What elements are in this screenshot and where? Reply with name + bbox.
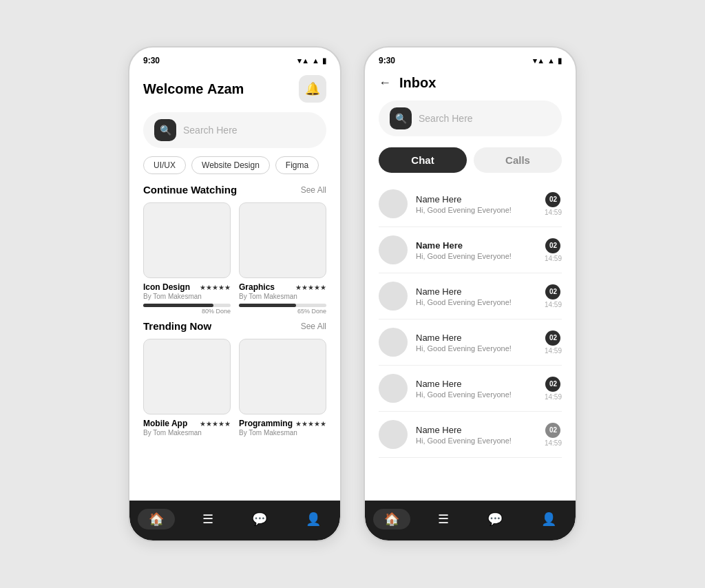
chat-avatar-3 [379, 328, 408, 357]
badge-5: 02 [545, 423, 560, 438]
chat-info-4: Name Here Hi, Good Evening Everyone! [416, 379, 545, 399]
trending-now-cards: Mobile App ★★★★★ By Tom Makesman Program… [129, 339, 340, 442]
trending-now-title: Trending Now [143, 320, 211, 332]
chat-name-0: Name Here [416, 194, 545, 204]
badge-2: 02 [545, 284, 560, 300]
card-name-icon-design: Icon Design [143, 282, 190, 292]
card-stars-graphics: ★★★★★ [295, 284, 326, 291]
search-bar-2[interactable]: 🔍 Search Here [379, 101, 562, 136]
chat-item-5[interactable]: Name Here Hi, Good Evening Everyone! 02 … [379, 412, 562, 458]
card-image-mobile-app [143, 339, 231, 414]
card-stars-mobile-app: ★★★★★ [200, 420, 231, 428]
continue-watching-header: Continue Watching See All [129, 184, 340, 202]
card-author-graphics: By Tom Makesman [239, 293, 326, 300]
inbox-header: ← Inbox [365, 70, 576, 98]
chat-meta-0: 02 14:59 [545, 192, 562, 216]
card-image-icon-design [143, 202, 231, 278]
progress-wrap-icon-design [143, 304, 231, 307]
badge-1: 02 [545, 238, 560, 253]
phone-screen-2: 9:30 ▾▲ ▲ ▮ ← Inbox 🔍 Search Here Chat C… [364, 46, 577, 542]
battery-icon: ▮ [322, 56, 326, 65]
tag-webdesign[interactable]: Website Design [191, 156, 270, 174]
nav-profile-2[interactable]: 👤 [530, 509, 567, 529]
chat-time-2: 14:59 [545, 301, 562, 308]
progress-fill-icon-design [143, 304, 213, 307]
badge-0: 02 [545, 192, 560, 207]
course-card-programming[interactable]: Programming ★★★★★ By Tom Makesman [239, 339, 326, 437]
card-stars-programming: ★★★★★ [295, 420, 326, 428]
chat-avatar-0 [379, 189, 408, 218]
badge-4: 02 [545, 377, 560, 392]
search-placeholder-2: Search Here [419, 113, 473, 124]
search-bar-1[interactable]: 🔍 Search Here [143, 112, 326, 148]
chat-meta-4: 02 14:59 [545, 377, 562, 401]
chat-item-0[interactable]: Name Here Hi, Good Evening Everyone! 02 … [379, 181, 562, 227]
tab-row: Chat Calls [365, 145, 576, 181]
chat-meta-5: 02 14:59 [545, 423, 562, 447]
tags-row: UI/UX Website Design Figma [129, 156, 340, 184]
app-container: 9:30 ▾▲ ▲ ▮ Welcome Azam 🔔 🔍 Search Here [0, 0, 705, 588]
course-card-mobile-app[interactable]: Mobile App ★★★★★ By Tom Makesman [143, 339, 231, 437]
progress-label-graphics: 65% Done [239, 308, 326, 315]
chat-item-4[interactable]: Name Here Hi, Good Evening Everyone! 02 … [379, 366, 562, 412]
chat-time-5: 14:59 [545, 439, 562, 447]
chat-avatar-5 [379, 420, 408, 449]
bottom-nav-2: 🏠 ☰ 💬 👤 [365, 501, 576, 540]
chat-msg-2: Hi, Good Evening Everyone! [416, 298, 545, 306]
search-icon-1: 🔍 [154, 119, 176, 141]
screen1-content: Welcome Azam 🔔 🔍 Search Here UI/UX Websi… [129, 70, 340, 501]
nav-courses-1[interactable]: ☰ [191, 509, 224, 529]
chat-avatar-1 [379, 235, 408, 264]
notification-button[interactable]: 🔔 [299, 75, 326, 103]
trending-now-see-all[interactable]: See All [301, 322, 326, 331]
chat-name-2: Name Here [416, 286, 545, 297]
chat-list: Name Here Hi, Good Evening Everyone! 02 … [365, 181, 576, 501]
course-card-icon-design[interactable]: Icon Design ★★★★★ By Tom Makesman 80% Do… [143, 202, 231, 315]
progress-fill-graphics [239, 304, 296, 307]
status-bar-2: 9:30 ▾▲ ▲ ▮ [365, 48, 576, 70]
chat-msg-5: Hi, Good Evening Everyone! [416, 437, 545, 445]
card-image-graphics [239, 202, 326, 278]
signal-icon: ▾▲ [297, 56, 309, 65]
chat-item-2[interactable]: Name Here Hi, Good Evening Everyone! 02 … [379, 273, 562, 319]
card-name-programming: Programming [239, 419, 293, 428]
nav-home-1[interactable]: 🏠 [138, 509, 175, 529]
nav-chat-1[interactable]: 💬 [241, 509, 278, 529]
badge-3: 02 [545, 330, 560, 346]
continue-watching-see-all[interactable]: See All [301, 185, 326, 195]
course-card-graphics[interactable]: Graphics ★★★★★ By Tom Makesman 65% Done [239, 202, 326, 315]
wifi-icon: ▲ [312, 56, 319, 65]
search-placeholder-1: Search Here [183, 125, 238, 136]
battery-icon-2: ▮ [558, 56, 562, 65]
chat-avatar-2 [379, 282, 408, 311]
back-button[interactable]: ← [379, 76, 391, 90]
chat-info-5: Name Here Hi, Good Evening Everyone! [416, 425, 545, 445]
tab-chat[interactable]: Chat [379, 147, 467, 173]
welcome-text: Welcome Azam [143, 81, 244, 97]
nav-profile-1[interactable]: 👤 [295, 509, 332, 529]
progress-label-icon-design: 80% Done [143, 308, 231, 315]
chat-name-5: Name Here [416, 425, 545, 435]
phone-screen-1: 9:30 ▾▲ ▲ ▮ Welcome Azam 🔔 🔍 Search Here [128, 46, 341, 542]
nav-home-2[interactable]: 🏠 [373, 509, 410, 529]
continue-watching-title: Continue Watching [143, 184, 237, 196]
tab-calls[interactable]: Calls [474, 147, 562, 173]
tag-figma[interactable]: Figma [275, 156, 319, 174]
card-author-mobile-app: By Tom Makesman [143, 429, 231, 437]
nav-chat-2[interactable]: 💬 [476, 509, 514, 529]
tag-uiux[interactable]: UI/UX [143, 156, 186, 174]
chat-item-1[interactable]: Name Here Hi, Good Evening Everyone! 02 … [379, 227, 562, 273]
chat-item-3[interactable]: Name Here Hi, Good Evening Everyone! 02 … [379, 319, 562, 366]
card-header-icon-design: Icon Design ★★★★★ [143, 282, 231, 292]
card-header-graphics: Graphics ★★★★★ [239, 282, 326, 292]
chat-meta-3: 02 14:59 [545, 330, 562, 355]
card-header-mobile-app: Mobile App ★★★★★ [143, 419, 231, 428]
welcome-label: Welcome [143, 81, 203, 96]
time-2: 9:30 [379, 56, 395, 65]
nav-courses-2[interactable]: ☰ [427, 509, 460, 529]
chat-info-2: Name Here Hi, Good Evening Everyone! [416, 286, 545, 306]
chat-time-0: 14:59 [545, 209, 562, 216]
inbox-title: Inbox [399, 75, 436, 91]
chat-info-0: Name Here Hi, Good Evening Everyone! [416, 194, 545, 214]
chat-msg-1: Hi, Good Evening Everyone! [416, 252, 545, 260]
